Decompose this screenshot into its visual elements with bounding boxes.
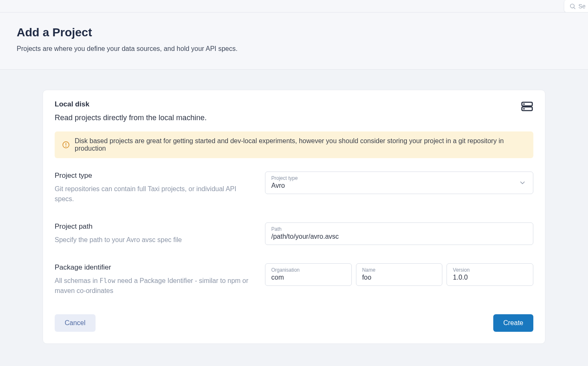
project-path-field-wrap[interactable]: Path bbox=[265, 222, 533, 245]
organisation-field-wrap[interactable]: Organisation bbox=[265, 263, 352, 286]
svg-line-1 bbox=[574, 8, 575, 9]
project-path-label: Project path bbox=[55, 222, 255, 231]
search-placeholder: Se bbox=[578, 3, 585, 10]
alert-text: Disk based projects are great for gettin… bbox=[75, 137, 526, 152]
project-type-desc: Git repositories can contain full Taxi p… bbox=[55, 184, 255, 204]
name-float-label: Name bbox=[362, 267, 437, 273]
name-field-wrap[interactable]: Name bbox=[356, 263, 443, 286]
svg-point-5 bbox=[524, 109, 524, 109]
project-type-select[interactable]: Project type Avro bbox=[265, 172, 533, 194]
card-title: Local disk bbox=[55, 100, 207, 109]
svg-point-8 bbox=[66, 146, 66, 146]
package-identifier-desc: All schemas in Flow need a Package Ident… bbox=[55, 276, 255, 296]
chevron-down-icon bbox=[519, 179, 526, 187]
project-path-desc: Specify the path to your Avro avsc spec … bbox=[55, 235, 255, 245]
name-input[interactable] bbox=[362, 274, 437, 281]
svg-point-0 bbox=[570, 4, 574, 8]
organisation-float-label: Organisation bbox=[271, 267, 346, 273]
local-disk-card: Local disk Read projects directly from t… bbox=[43, 90, 545, 344]
info-alert: Disk based projects are great for gettin… bbox=[55, 131, 533, 158]
search-icon bbox=[569, 3, 576, 10]
version-input[interactable] bbox=[453, 274, 527, 281]
svg-point-4 bbox=[524, 104, 524, 104]
cancel-button[interactable]: Cancel bbox=[55, 314, 96, 332]
organisation-input[interactable] bbox=[271, 274, 346, 281]
create-button[interactable]: Create bbox=[493, 314, 533, 332]
project-type-value: Avro bbox=[271, 182, 527, 189]
disk-icon bbox=[521, 100, 533, 113]
page-title: Add a Project bbox=[17, 26, 571, 39]
page-header: Add a Project Projects are where you def… bbox=[0, 13, 588, 70]
version-float-label: Version bbox=[453, 267, 527, 273]
alert-icon bbox=[62, 141, 70, 149]
package-identifier-label: Package identifier bbox=[55, 263, 255, 272]
project-path-float-label: Path bbox=[271, 226, 527, 232]
project-path-input[interactable] bbox=[271, 233, 527, 240]
project-type-float-label: Project type bbox=[271, 175, 527, 181]
topbar: Se bbox=[0, 0, 588, 13]
project-type-label: Project type bbox=[55, 172, 255, 180]
page-subtitle: Projects are where you define your data … bbox=[17, 45, 571, 53]
card-subtitle: Read projects directly from the local ma… bbox=[55, 114, 207, 122]
version-field-wrap[interactable]: Version bbox=[447, 263, 533, 286]
global-search[interactable]: Se bbox=[564, 0, 588, 13]
